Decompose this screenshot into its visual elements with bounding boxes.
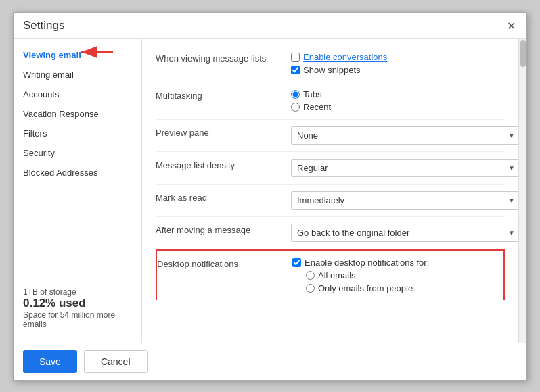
sidebar-storage: 1TB of storage 0.12% used Space for 54 m… <box>14 278 141 336</box>
mark-as-read-dropdown[interactable]: Immediately ▼ <box>291 191 518 210</box>
sidebar-item-security[interactable]: Security <box>14 143 141 163</box>
chevron-down-icon: ▼ <box>508 229 515 237</box>
storage-capacity: 1TB of storage <box>23 287 132 297</box>
sidebar-item-label: Blocked Addresses <box>23 168 98 178</box>
desktop-notifications-row: Desktop notifications Enable desktop not… <box>156 249 505 300</box>
enable-desktop-notifications-row: Enable desktop notifications for: <box>292 258 503 268</box>
show-snippets-label: Show snippets <box>303 65 361 75</box>
density-content: Regular ▼ <box>291 159 518 177</box>
title-bar: Settings ✕ <box>14 13 526 39</box>
only-people-radio[interactable] <box>306 284 315 293</box>
red-arrow-icon <box>78 43 115 62</box>
sidebar-item-label: Viewing email <box>23 50 81 60</box>
density-value: Regular <box>297 163 328 173</box>
sidebar-item-label: Security <box>23 148 55 158</box>
message-lists-label: When viewing message lists <box>156 52 291 64</box>
preview-pane-row: Preview pane None ▼ <box>156 120 505 152</box>
sidebar-nav: Viewing email Writing email <box>14 45 141 182</box>
scrollbar-track[interactable] <box>518 39 526 343</box>
chevron-down-icon: ▼ <box>508 197 515 204</box>
tabs-radio[interactable] <box>291 90 300 99</box>
sidebar-item-viewing-email[interactable]: Viewing email <box>14 45 141 65</box>
after-moving-value: Go back to the original folder <box>297 228 409 238</box>
chevron-down-icon: ▼ <box>508 132 515 139</box>
storage-space-info: Space for 54 million more emails <box>23 310 132 329</box>
sidebar-item-vacation-response[interactable]: Vacation Response <box>14 104 141 124</box>
only-people-label: Only emails from people <box>318 283 413 293</box>
sidebar-item-label: Filters <box>23 128 47 139</box>
tabs-label: Tabs <box>303 89 321 99</box>
mark-as-read-value: Immediately <box>297 195 344 205</box>
all-emails-radio[interactable] <box>306 271 315 280</box>
enable-desktop-notifications-checkbox[interactable] <box>292 258 301 267</box>
preview-pane-dropdown[interactable]: None ▼ <box>291 126 518 145</box>
after-moving-content: Go back to the original folder ▼ <box>291 224 518 242</box>
sidebar-item-accounts[interactable]: Accounts <box>14 84 141 104</box>
sidebar: Viewing email Writing email <box>14 39 142 343</box>
density-row: Message list density Regular ▼ <box>156 152 505 185</box>
density-dropdown[interactable]: Regular ▼ <box>291 159 518 177</box>
show-snippets-checkbox[interactable] <box>291 66 300 74</box>
after-moving-label: After moving a message <box>156 224 291 235</box>
desktop-notifications-content: Enable desktop notifications for: All em… <box>292 258 503 293</box>
enable-conversations-checkbox[interactable] <box>291 53 300 62</box>
cancel-button[interactable]: Cancel <box>84 350 148 373</box>
enable-desktop-notifications-label: Enable desktop notifications for: <box>305 258 429 268</box>
desktop-notifications-label: Desktop notifications <box>157 258 292 269</box>
sidebar-item-label: Accounts <box>23 89 59 99</box>
show-snippets-row: Show snippets <box>291 65 505 75</box>
sidebar-item-writing-email[interactable]: Writing email <box>14 65 141 84</box>
multitasking-row: Multitasking Tabs Recent <box>156 82 505 120</box>
sidebar-item-label: Vacation Response <box>23 109 99 119</box>
mark-as-read-content: Immediately ▼ <box>291 191 518 210</box>
storage-used: 0.12% used <box>23 297 132 310</box>
density-label: Message list density <box>156 159 291 170</box>
preview-pane-label: Preview pane <box>156 126 291 138</box>
after-moving-row: After moving a message Go back to the or… <box>156 217 505 249</box>
message-lists-content: Enable conversations Show snippets <box>291 52 505 75</box>
all-emails-label: All emails <box>318 270 356 280</box>
settings-dialog: Settings ✕ Viewing email <box>13 12 527 381</box>
recent-radio-row: Recent <box>291 102 505 112</box>
chevron-down-icon: ▼ <box>508 164 515 172</box>
main-content: When viewing message lists Enable conver… <box>142 39 518 343</box>
recent-radio[interactable] <box>291 103 300 112</box>
preview-pane-content: None ▼ <box>291 126 518 145</box>
message-lists-row: When viewing message lists Enable conver… <box>156 45 505 82</box>
tabs-radio-row: Tabs <box>291 89 505 99</box>
multitasking-content: Tabs Recent <box>291 89 505 112</box>
mark-as-read-row: Mark as read Immediately ▼ <box>156 185 505 217</box>
after-moving-dropdown[interactable]: Go back to the original folder ▼ <box>291 224 518 242</box>
recent-label: Recent <box>303 102 331 112</box>
scrollbar-thumb[interactable] <box>520 40 526 67</box>
dialog-footer: Save Cancel <box>14 343 526 380</box>
enable-conversations-label[interactable]: Enable conversations <box>303 52 387 62</box>
all-emails-row: All emails <box>292 270 503 280</box>
sidebar-item-blocked-addresses[interactable]: Blocked Addresses <box>14 163 141 182</box>
sidebar-item-label: Writing email <box>23 70 74 80</box>
save-button[interactable]: Save <box>23 350 77 373</box>
mark-as-read-label: Mark as read <box>156 191 291 203</box>
enable-conversations-row: Enable conversations <box>291 52 505 62</box>
sidebar-item-filters[interactable]: Filters <box>14 124 141 143</box>
only-people-row: Only emails from people <box>292 283 503 293</box>
multitasking-label: Multitasking <box>156 89 291 101</box>
dialog-title: Settings <box>23 19 64 32</box>
preview-pane-value: None <box>297 130 318 141</box>
dialog-body: Viewing email Writing email <box>14 39 526 343</box>
close-button[interactable]: ✕ <box>504 18 518 34</box>
